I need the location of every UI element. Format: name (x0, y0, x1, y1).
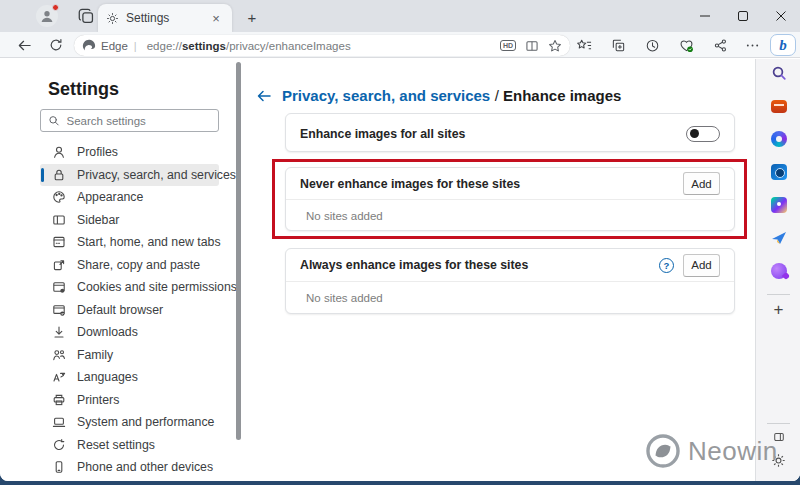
breadcrumb-back-icon[interactable] (256, 88, 272, 104)
neowin-logo-icon (645, 433, 681, 469)
sidebar-item-privacy[interactable]: Privacy, search, and services (40, 164, 219, 187)
settings-nav: Profiles Privacy, search, and services A… (40, 141, 219, 479)
copilot-icon (771, 131, 787, 147)
wallet-icon (771, 164, 787, 180)
sidebar-item-printers[interactable]: Printers (40, 389, 219, 412)
close-button[interactable] (762, 0, 800, 32)
new-tab-button[interactable]: + (242, 7, 262, 27)
sidebar-item-profiles[interactable]: Profiles (40, 141, 219, 164)
selected-accent-bar (41, 168, 44, 182)
settings-search-box[interactable] (40, 109, 219, 132)
share-icon (713, 38, 728, 53)
rail-search-button[interactable] (756, 65, 800, 81)
rail-shopping-button[interactable] (756, 98, 800, 113)
history-button[interactable] (640, 35, 664, 55)
sidebar-item-system[interactable]: System and performance (40, 411, 219, 434)
languages-icon (52, 370, 66, 384)
workspaces-icon[interactable] (78, 8, 95, 25)
address-bar[interactable]: Edge | edge://settings/privacy/enhanceIm… (74, 35, 570, 56)
add-site-button-never[interactable]: Add (683, 172, 720, 195)
bing-copilot-button[interactable]: b (770, 34, 796, 56)
designer-icon (771, 197, 787, 213)
enhance-images-toggle[interactable] (686, 126, 720, 142)
minimize-button[interactable] (686, 0, 724, 32)
collections-button[interactable] (606, 35, 630, 55)
sidebar-item-start-home[interactable]: Start, home, and new tabs (40, 231, 219, 254)
card-title: Never enhance images for these sites (300, 177, 683, 191)
titlebar: Settings × + (0, 0, 800, 32)
sidebar-item-default-browser[interactable]: Default browser (40, 299, 219, 322)
more-menu-button[interactable] (740, 35, 764, 55)
gear-icon (106, 12, 119, 25)
breadcrumb-current: Enhance images (503, 87, 621, 104)
rail-designer-button[interactable] (756, 197, 800, 213)
share-button[interactable] (708, 35, 732, 55)
add-site-button-always[interactable]: Add (683, 254, 720, 277)
collections-icon (611, 38, 626, 53)
bing-copilot-icon: b (779, 37, 787, 54)
shopping-icon (771, 100, 787, 113)
profile-avatar[interactable] (36, 5, 58, 27)
favorite-star-icon[interactable] (548, 39, 562, 53)
refresh-icon (49, 38, 63, 52)
download-icon (52, 325, 66, 339)
sidebar-item-share-copy[interactable]: Share, copy and paste (40, 254, 219, 277)
reset-icon (52, 438, 66, 452)
sidebar-item-sidebar[interactable]: Sidebar (40, 209, 219, 232)
tab-close-icon[interactable]: × (208, 10, 224, 26)
card-never-enhance: Never enhance images for these sites Add… (285, 167, 735, 231)
no-sites-added-text: No sites added (286, 282, 734, 304)
rail-wallet-button[interactable] (756, 164, 800, 180)
favorites-bar-button[interactable] (572, 35, 596, 55)
help-icon[interactable]: ? (659, 258, 674, 273)
hd-badge-icon[interactable]: HD (500, 40, 516, 51)
sidebar-item-phone[interactable]: Phone and other devices (40, 456, 219, 479)
rail-drop-button[interactable] (756, 230, 800, 246)
page-scrollbar[interactable] (236, 62, 241, 440)
sidebar-item-cookies[interactable]: Cookies and site permissions (40, 276, 219, 299)
lock-icon (52, 168, 66, 182)
navigation-toolbar: Edge | edge://settings/privacy/enhanceIm… (0, 32, 800, 58)
url-text: edge://settings/privacy/enhanceImages (147, 40, 351, 52)
sidebar-item-reset[interactable]: Reset settings (40, 434, 219, 457)
edge-logo (82, 39, 96, 53)
sidebar-item-languages[interactable]: Languages (40, 366, 219, 389)
back-icon (17, 38, 32, 53)
card-title: Enhance images for all sites (300, 127, 686, 141)
rail-games-button[interactable] (756, 263, 800, 279)
rail-divider (767, 423, 790, 424)
settings-title: Settings (48, 79, 119, 100)
neowin-watermark: Neowin (645, 433, 778, 469)
browser-essentials-button[interactable] (674, 35, 698, 55)
back-button[interactable] (12, 35, 36, 55)
search-icon (48, 114, 60, 127)
maximize-button[interactable] (724, 0, 762, 32)
tab-settings[interactable]: Settings × (98, 4, 232, 32)
refresh-button[interactable] (44, 35, 68, 55)
desktop-edge-strip (0, 481, 800, 485)
drop-icon (771, 230, 787, 246)
desktop-background: Settings × + (0, 0, 800, 485)
no-sites-added-text: No sites added (286, 200, 734, 222)
notification-dot (52, 4, 59, 11)
tab-title: Settings (126, 11, 208, 25)
rail-add-button[interactable]: + (756, 302, 800, 318)
palette-icon (52, 190, 66, 204)
card-title: Always enhance images for these sites (300, 258, 659, 272)
sidebar-item-appearance[interactable]: Appearance (40, 186, 219, 209)
add-to-sidebar-icon: + (774, 302, 784, 318)
cookies-icon (52, 280, 66, 294)
family-icon (52, 348, 66, 362)
sidebar-item-downloads[interactable]: Downloads (40, 321, 219, 344)
card-enhance-all-sites: Enhance images for all sites (285, 113, 735, 152)
card-always-enhance: Always enhance images for these sites ? … (285, 248, 735, 314)
search-input[interactable] (67, 115, 211, 127)
breadcrumb-text: Privacy, search, and services / Enhance … (282, 87, 621, 105)
reading-mode-icon[interactable] (525, 39, 539, 53)
breadcrumb-parent-link[interactable]: Privacy, search, and services (282, 87, 490, 104)
sidebar-panel-icon (52, 213, 66, 227)
rail-copilot-button[interactable] (756, 131, 800, 147)
edge-brand-label: Edge (101, 40, 128, 52)
sidebar-item-family[interactable]: Family (40, 344, 219, 367)
phone-icon (52, 460, 66, 474)
